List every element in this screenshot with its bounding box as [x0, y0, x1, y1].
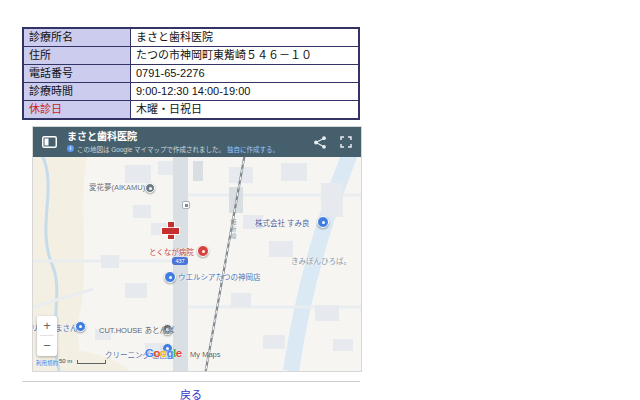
share-icon[interactable]	[314, 136, 326, 149]
row-label-hours: 診療時間	[23, 83, 131, 101]
row-value-clinic-name: まさと歯科医院	[131, 28, 360, 47]
terms-link[interactable]: 利用規約	[36, 359, 58, 367]
footer-divider	[22, 381, 360, 382]
my-maps-label: My Maps	[190, 350, 220, 359]
google-watermark[interactable]: Google My Maps	[145, 343, 221, 361]
row-value-closed-days: 木曜・日祝日	[131, 101, 360, 120]
map-canvas[interactable]: 437 愛花夢(AIKAMU) とくなが病院 株式会社 すみ良 きみぼんひろば。…	[33, 157, 361, 371]
attribution-text: この地図は Google マイマップで作成されました。	[77, 144, 225, 154]
zoom-in-button[interactable]: +	[37, 316, 57, 335]
poi-label-welcia[interactable]: ウエルシアたつの神岡店	[178, 273, 261, 282]
row-label-phone: 電話番号	[23, 65, 131, 83]
row-label-closed-days: 休診日	[23, 101, 131, 120]
clinic-info-table: 診療所名 まさと歯科医院 住所 たつの市神岡町東觜崎５４６－１０ 電話番号 07…	[22, 27, 360, 120]
row-value-hours: 9:00-12:30 14:00-19:00	[131, 83, 360, 101]
map-header-text: まさと歯科医院 i この地図は Google マイマップで作成されました。 独自…	[67, 131, 306, 154]
scale-bar	[77, 360, 106, 364]
table-row: 住所 たつの市神岡町東觜崎５４６－１０	[23, 47, 359, 65]
map-card: まさと歯科医院 i この地図は Google マイマップで作成されました。 独自…	[33, 127, 361, 371]
row-value-phone: 0791-65-2276	[131, 65, 360, 83]
route-shield: 437	[172, 257, 188, 265]
marker-tokunaga-hospital[interactable]	[197, 245, 209, 257]
zoom-controls: + −	[37, 316, 57, 356]
poi-label-aikamu[interactable]: 愛花夢(AIKAMU)	[89, 183, 145, 192]
poi-label-masan[interactable]: まさん	[55, 324, 78, 333]
bus-stop-icon[interactable]	[182, 201, 190, 209]
info-icon: i	[67, 145, 74, 152]
clinic-cross-marker[interactable]	[162, 222, 179, 239]
poi-label-cut-house[interactable]: CUT.HOUSE あとんば	[99, 326, 174, 335]
railway-line-label: 姫新線	[229, 219, 238, 240]
row-label-clinic-name: 診療所名	[23, 28, 131, 47]
map-title: まさと歯科医院	[67, 131, 306, 142]
table-row: 診療時間 9:00-12:30 14:00-19:00	[23, 83, 359, 101]
poi-label-tokunaga-hospital[interactable]: とくなが病院	[149, 248, 194, 257]
row-label-address: 住所	[23, 47, 131, 65]
table-row: 診療所名 まさと歯科医院	[23, 28, 359, 47]
table-row: 休診日 木曜・日祝日	[23, 101, 359, 120]
zoom-out-button[interactable]: −	[37, 336, 57, 355]
marker-welcia[interactable]	[164, 271, 176, 283]
marker-sumiryo-company[interactable]	[317, 216, 329, 228]
table-row: 電話番号 0791-65-2276	[23, 65, 359, 83]
map-header: まさと歯科医院 i この地図は Google マイマップで作成されました。 独自…	[33, 127, 361, 157]
side-panel-icon[interactable]	[42, 136, 57, 148]
fullscreen-icon[interactable]	[340, 136, 352, 148]
map-header-icons	[314, 136, 352, 149]
scale-label: 50 m	[59, 358, 72, 364]
google-letter: e	[176, 347, 182, 359]
attribution-link[interactable]: 独自に作成する。	[227, 144, 279, 154]
poi-label-sumiryo-company[interactable]: 株式会社 すみ良	[255, 219, 310, 228]
poi-label-kimibon-square[interactable]: きみぼんひろば。	[291, 257, 351, 266]
back-link[interactable]: 戻る	[22, 386, 360, 400]
map-attribution: i この地図は Google マイマップで作成されました。 独自に作成する。	[67, 144, 306, 154]
page: 診療所名 まさと歯科医院 住所 たつの市神岡町東觜崎５４６－１０ 電話番号 07…	[0, 0, 640, 400]
marker-aikamu[interactable]	[145, 183, 155, 193]
row-value-address: たつの市神岡町東觜崎５４６－１０	[131, 47, 360, 65]
